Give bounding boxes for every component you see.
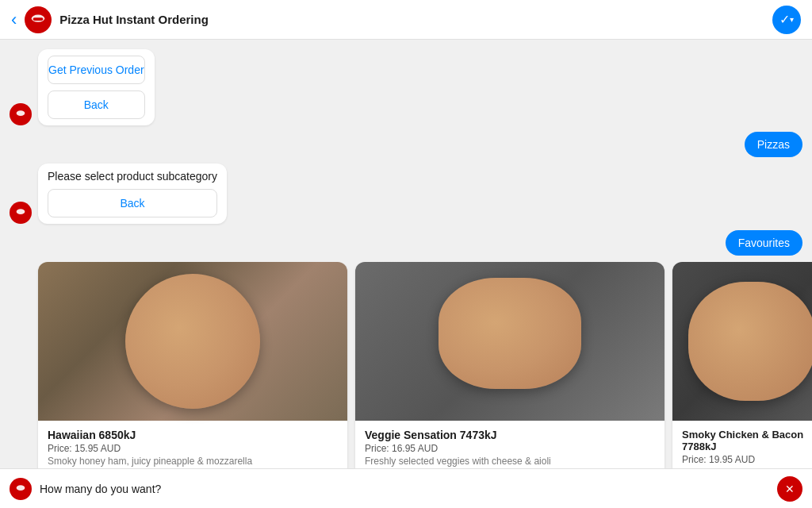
product-info-hawaiian: Hawaiian 6850kJ Price: 15.95 AUD Smoky h… (38, 421, 347, 468)
svg-point-2 (17, 110, 25, 116)
header: ‹ Pizza Hut Instant Ordering ✓ ▾ (0, 0, 812, 40)
bot-message-1: Get Previous Order Back (0, 49, 812, 125)
bottom-bar: How many do you want? ✕ (0, 468, 812, 508)
back-button-1[interactable]: Back (48, 90, 145, 119)
bot-avatar-2 (10, 202, 32, 224)
back-icon[interactable]: ‹ (11, 10, 17, 30)
product-info-smoky: Smoky Chicken & Bacon 7788kJ Price: 19.9… (672, 421, 812, 468)
product-card-veggie: Veggie Sensation 7473kJ Price: 16.95 AUD… (355, 262, 665, 468)
chat-area: Get Previous Order Back Pizzas Please se… (0, 40, 812, 468)
product-card-smoky: Smoky Chicken & Bacon 7788kJ Price: 19.9… (672, 262, 812, 468)
product-card-hawaiian: Hawaiian 6850kJ Price: 15.95 AUD Smoky h… (38, 262, 347, 468)
mic-icon: ✕ (785, 483, 795, 495)
product-name-hawaiian: Hawaiian 6850kJ (48, 429, 338, 441)
svg-point-3 (17, 209, 25, 214)
user-message-1: Pizzas (0, 132, 812, 157)
product-image-hawaiian (38, 262, 347, 421)
product-info-veggie: Veggie Sensation 7473kJ Price: 16.95 AUD… (355, 421, 665, 468)
app-title: Pizza Hut Instant Ordering (59, 13, 772, 26)
checkmark-icon: ✓ (779, 12, 790, 27)
user-message-2: Favourites (0, 230, 812, 256)
product-image-smoky (672, 262, 812, 421)
product-desc-veggie: Freshly selected veggies with cheese & a… (365, 456, 655, 467)
product-price-veggie: Price: 16.95 AUD (365, 443, 655, 454)
microphone-button[interactable]: ✕ (777, 476, 802, 502)
bot-message-2: Please select product subcategory Back (0, 164, 812, 224)
product-name-smoky: Smoky Chicken & Bacon 7788kJ (682, 429, 812, 452)
product-image-veggie (355, 262, 665, 421)
product-price-hawaiian: Price: 15.95 AUD (48, 443, 338, 454)
svg-rect-1 (33, 17, 44, 21)
get-previous-order-button[interactable]: Get Previous Order (48, 56, 145, 84)
action-button[interactable]: ✓ ▾ (772, 6, 801, 34)
chevron-down-icon: ▾ (790, 15, 794, 24)
brand-logo (25, 6, 52, 33)
bot-avatar-1 (10, 103, 32, 125)
product-price-smoky: Price: 19.95 AUD (682, 454, 812, 465)
back-button-2[interactable]: Back (48, 189, 217, 217)
bot-card-2: Please select product subcategory Back (38, 164, 227, 224)
bot-avatar-bottom (10, 478, 32, 500)
user-bubble-favourites: Favourites (726, 230, 802, 256)
svg-point-4 (17, 485, 25, 491)
bot-card-1: Get Previous Order Back (38, 49, 155, 125)
bottom-prompt-text: How many do you want? (40, 483, 777, 495)
user-bubble-pizzas: Pizzas (745, 132, 802, 157)
subcategory-text: Please select product subcategory (48, 170, 217, 183)
product-desc-smoky: Chicken, bacon, tomato & onion, smoky b.… (682, 467, 812, 468)
product-name-veggie: Veggie Sensation 7473kJ (365, 429, 655, 441)
product-desc-hawaiian: Smoky honey ham, juicy pineapple & mozza… (48, 456, 338, 467)
products-row: Hawaiian 6850kJ Price: 15.95 AUD Smoky h… (0, 262, 812, 468)
